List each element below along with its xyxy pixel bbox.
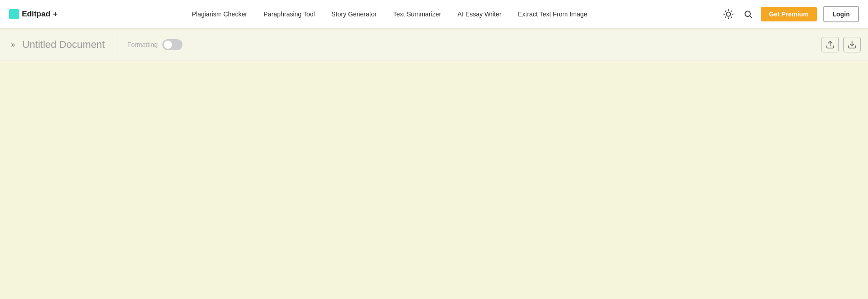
get-premium-button[interactable]: Get Premium <box>761 7 817 21</box>
formatting-toggle[interactable] <box>162 39 182 50</box>
download-button[interactable] <box>843 37 861 52</box>
nav-extract-text[interactable]: Extract Text From Image <box>518 10 587 18</box>
nav-ai-essay-writer[interactable]: AI Essay Writer <box>457 10 501 18</box>
svg-line-8 <box>731 11 732 11</box>
doc-title-area: Untitled Document <box>22 28 116 61</box>
svg-line-7 <box>725 17 726 17</box>
brand-name: Editpad <box>22 10 50 19</box>
login-button[interactable]: Login <box>823 6 859 22</box>
sun-icon <box>723 9 733 19</box>
theme-toggle-button[interactable] <box>722 7 735 21</box>
nav-actions: Get Premium Login <box>722 6 859 22</box>
search-button[interactable] <box>742 8 754 21</box>
upload-icon <box>826 40 835 49</box>
sidebar-toggle-button[interactable]: » <box>7 39 19 51</box>
editpad-logo-icon <box>9 9 19 19</box>
navbar: Editpad + Plagiarism Checker Paraphrasin… <box>0 0 868 28</box>
nav-links: Plagiarism Checker Paraphrasing Tool Sto… <box>192 10 587 18</box>
document-title[interactable]: Untitled Document <box>22 39 105 51</box>
nav-paraphrasing-tool[interactable]: Paraphrasing Tool <box>264 10 315 18</box>
nav-story-generator[interactable]: Story Generator <box>331 10 377 18</box>
search-icon <box>743 10 753 19</box>
toggle-slider <box>162 39 182 50</box>
nav-plagiarism-checker[interactable]: Plagiarism Checker <box>192 10 247 18</box>
download-icon <box>847 40 857 49</box>
brand-plus: + <box>53 10 57 19</box>
editor-area[interactable] <box>0 61 868 299</box>
svg-point-0 <box>726 12 730 16</box>
formatting-area: Formatting <box>116 39 182 50</box>
upload-button[interactable] <box>821 37 839 52</box>
doc-toolbar: » Untitled Document Formatting <box>0 28 868 61</box>
toolbar-actions <box>821 37 861 52</box>
svg-line-3 <box>725 11 726 11</box>
formatting-label: Formatting <box>127 41 158 48</box>
chevron-right-icon: » <box>11 41 15 48</box>
brand-logo[interactable]: Editpad + <box>9 9 57 19</box>
nav-text-summarizer[interactable]: Text Summarizer <box>393 10 441 18</box>
svg-line-4 <box>731 17 732 17</box>
svg-line-10 <box>750 16 752 18</box>
